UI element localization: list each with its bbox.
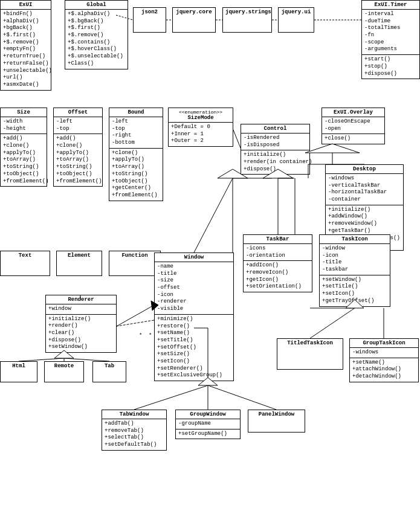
- class-jquery-ui: jquery.ui: [278, 7, 314, 33]
- class-size: Size -width-height +add()+clone()+applyT…: [0, 108, 47, 187]
- class-taskicon: TaskIcon -window-icon-title-taskbar +set…: [319, 234, 390, 307]
- class-jquery-core: jquery.core: [172, 7, 216, 33]
- class-html: Html: [0, 361, 37, 382]
- class-function: Function: [109, 251, 161, 276]
- class-jquery-strings: jquery.strings: [222, 7, 272, 33]
- class-groupwindow: GroupWindow -groupName +setGroupName(): [175, 410, 241, 439]
- svg-text:*: *: [149, 333, 152, 339]
- svg-line-33: [233, 130, 241, 148]
- class-text: Text: [0, 251, 50, 276]
- class-titled-taskicon: TitledTaskIcon: [277, 338, 343, 370]
- class-remote: Remote: [44, 361, 84, 382]
- class-control: Control -isRendered-isDisposed +initiali…: [241, 124, 310, 175]
- svg-line-16: [117, 320, 154, 326]
- svg-line-4: [194, 178, 233, 252]
- class-exui: ExUI +bindFn()+alphaDiv()+bgBack()+$.fir…: [0, 0, 51, 91]
- svg-line-13: [117, 305, 154, 326]
- svg-line-23: [134, 385, 208, 410]
- class-exui-timer: ExUI.Timer -interval-dueTime-totalTimes-…: [361, 0, 420, 79]
- class-json2: json2: [133, 7, 166, 33]
- class-taskbar: TaskBar -icons-orientation +addIcon()+re…: [243, 234, 312, 292]
- class-element: Element: [56, 251, 102, 276]
- class-bound: Bound -left-top-right-bottom +clone()+ap…: [109, 108, 163, 201]
- svg-marker-1: [305, 144, 360, 153]
- class-tabwindow: TabWindow +addTab()+removeTab()+selectTa…: [102, 410, 167, 451]
- class-renderer: Renderer +window +initialize()+render()+…: [45, 295, 117, 353]
- class-panelwindow: PanelWindow: [248, 410, 305, 433]
- class-tab: Tab: [92, 361, 126, 382]
- class-group-taskicon: GroupTaskIcon -windows +setName()+attach…: [349, 338, 419, 382]
- class-window: Window -name-title-size-offset-icon-rend…: [154, 252, 234, 381]
- class-global: Global +$.alphaDiv()+$.bgBack()+$.first(…: [65, 0, 128, 69]
- svg-text:*: *: [139, 333, 142, 339]
- svg-line-29: [310, 308, 355, 338]
- svg-line-25: [208, 385, 276, 410]
- class-exui-overlay: ExUI.Overlay -closeOnEscape-open +close(…: [321, 108, 385, 144]
- class-sizemode: <<enumeration>> SizeMode +Default = 0+In…: [168, 108, 233, 147]
- diagram-container: ExUI +bindFn()+alphaDiv()+bgBack()+$.fir…: [0, 0, 420, 505]
- class-offset: Offset -left-top +add()+clone()+applyTo(…: [53, 108, 103, 187]
